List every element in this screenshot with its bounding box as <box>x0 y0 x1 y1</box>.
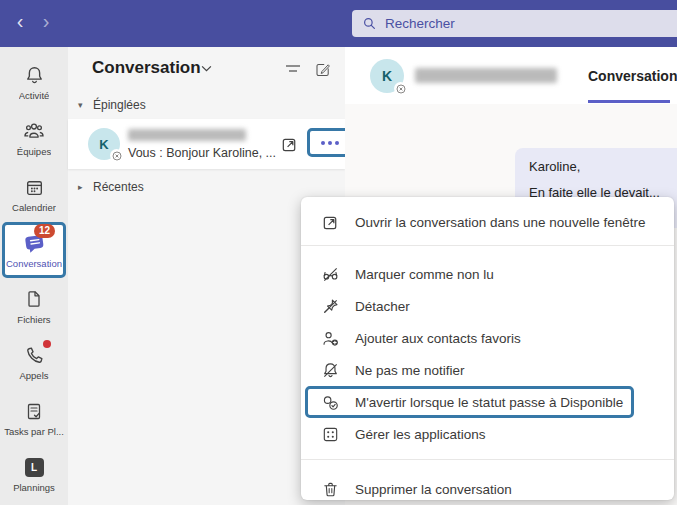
calendar-icon <box>22 175 46 199</box>
tab-active-underline <box>588 100 670 103</box>
unread-badge: 12 <box>34 224 55 238</box>
sidebar-item-activity[interactable]: Activité <box>2 54 66 110</box>
unpin-icon <box>321 297 340 316</box>
bell-icon <box>22 63 46 87</box>
menu-item-unpin[interactable]: Détacher <box>301 290 674 322</box>
menu-item-open-new-window[interactable]: Ouvrir la conversation dans une nouvelle… <box>301 203 674 241</box>
search-placeholder: Rechercher <box>385 16 455 31</box>
new-chat-icon[interactable] <box>315 62 331 78</box>
sidebar-item-label: Appels <box>19 370 48 381</box>
redacted-chat-name <box>128 129 246 141</box>
tasks-icon <box>22 399 46 423</box>
app-rail: Activité Équipes Calendrier 12 Conversat… <box>0 47 68 505</box>
sidebar-item-label: Calendrier <box>12 202 56 213</box>
sidebar-item-teams[interactable]: Équipes <box>2 110 66 166</box>
menu-item-add-favorite[interactable]: Ajouter aux contacts favoris <box>301 322 674 354</box>
calls-notification-dot <box>43 340 51 348</box>
sidebar-item-tasks[interactable]: Tasks par Pl... <box>2 390 66 446</box>
sidebar-item-label: Plannings <box>13 482 55 493</box>
chat-list-title[interactable]: Conversation <box>92 58 201 78</box>
top-bar: ‹ › Rechercher <box>0 0 677 47</box>
chat-list-header: Conversation <box>68 47 345 93</box>
menu-divider <box>301 459 674 460</box>
sidebar-item-chat[interactable]: 12 Conversation <box>2 222 66 278</box>
apps-grid-icon <box>321 425 340 444</box>
chat-preview-text: Vous : Bonjour Karoline, ... <box>128 146 276 160</box>
person-add-icon <box>321 329 340 348</box>
sidebar-item-calls[interactable]: Appels <box>2 334 66 390</box>
redacted-contact-name <box>415 68 557 83</box>
chevron-collapsed-icon: ▸ <box>78 182 86 192</box>
chat-header: K Conversation <box>345 47 677 104</box>
message-line: Karoline, <box>529 159 677 174</box>
menu-item-notify-when-available[interactable]: M'avertir lorsque le statut passe à Disp… <box>305 386 634 418</box>
tab-conversation[interactable]: Conversation <box>588 68 670 84</box>
status-offline-icon <box>110 149 123 162</box>
people-icon <box>22 119 46 143</box>
filter-icon[interactable] <box>285 62 301 76</box>
sidebar-item-label: Fichiers <box>17 314 50 325</box>
chevron-expanded-icon: ▾ <box>78 100 86 110</box>
status-offline-icon <box>394 82 407 95</box>
sidebar-item-plannings[interactable]: L Plannings <box>2 446 66 502</box>
sidebar-item-label: Équipes <box>17 146 51 157</box>
sidebar-item-calendar[interactable]: Calendrier <box>2 166 66 222</box>
pinned-chat-item[interactable]: K Vous : Bonjour Karoline, ... <box>68 119 345 169</box>
section-label: Épinglées <box>93 98 146 112</box>
menu-item-mute[interactable]: Ne pas me notifier <box>301 354 674 386</box>
glasses-off-icon <box>321 265 340 284</box>
sidebar-item-label: Activité <box>19 90 50 101</box>
sidebar-item-files[interactable]: Fichiers <box>2 278 66 334</box>
phone-icon <box>22 343 46 367</box>
popout-chat-icon[interactable] <box>280 135 299 154</box>
menu-item-delete-conversation[interactable]: Supprimer la conversation <box>301 470 674 505</box>
chat-context-menu: Ouvrir la conversation dans une nouvelle… <box>301 197 674 500</box>
pinned-section-header[interactable]: ▾ Épinglées <box>68 93 345 117</box>
menu-item-manage-apps[interactable]: Gérer les applications <box>301 418 674 450</box>
chat-icon: 12 <box>22 231 46 255</box>
popout-icon <box>321 213 340 232</box>
search-icon <box>362 16 377 31</box>
bell-off-icon <box>321 361 340 380</box>
menu-item-mark-unread[interactable]: Marquer comme non lu <box>301 258 674 290</box>
recent-section-header[interactable]: ▸ Récentes <box>68 175 345 199</box>
forward-icon[interactable]: › <box>36 10 56 33</box>
status-notify-icon <box>321 393 340 412</box>
chevron-down-icon[interactable] <box>201 65 212 72</box>
teams-window: ‹ › Rechercher Activité Équipes <box>0 0 677 505</box>
sidebar-item-label: Conversation <box>6 258 62 269</box>
sidebar-item-label: Tasks par Pl... <box>4 426 64 437</box>
menu-divider <box>301 245 674 246</box>
lists-icon: L <box>22 455 46 479</box>
section-label: Récentes <box>93 180 144 194</box>
file-icon <box>22 287 46 311</box>
back-icon[interactable]: ‹ <box>10 10 30 33</box>
search-input[interactable]: Rechercher <box>352 10 677 37</box>
trash-icon <box>321 480 340 499</box>
